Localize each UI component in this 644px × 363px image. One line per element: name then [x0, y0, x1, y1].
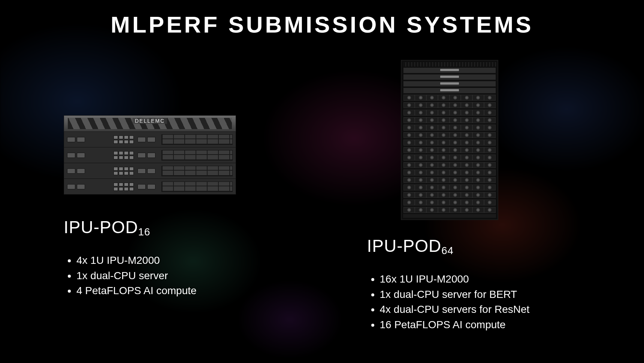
fan-icon: [473, 155, 484, 160]
sfp-cage-pair: [67, 184, 85, 189]
fan-icon: [484, 110, 495, 115]
pod16-ipu-m2000-1u: [64, 163, 236, 179]
pod64-dell-server-1u: [403, 88, 496, 94]
fan-icon: [473, 185, 484, 190]
fan-icon: [473, 118, 484, 123]
pod16-title: IPU-POD16: [64, 217, 150, 237]
fan-icon: [484, 177, 495, 183]
fan-icon: [473, 170, 484, 175]
fan-icon: [484, 118, 495, 123]
fan-icon: [404, 177, 415, 183]
fan-icon: [450, 207, 461, 213]
fan-icon: [484, 200, 495, 205]
fan-icon: [438, 162, 449, 168]
sfp-cage-icon: [147, 168, 155, 174]
fan-icon: [438, 177, 449, 183]
pod64-ipu-m2000-1u: [403, 177, 496, 183]
fan-icon: [461, 147, 472, 153]
fan-icon: [461, 200, 472, 205]
fan-icon: [415, 185, 426, 190]
fan-icon: [450, 140, 461, 145]
pod64-dell-server-1u: [403, 74, 496, 80]
fan-icon: [484, 185, 495, 190]
pod16-spec-item: 4 PetaFLOPS AI compute: [76, 283, 197, 299]
pod64-spec-item: 4x dual-CPU servers for ResNet: [380, 302, 530, 317]
fan-icon: [438, 155, 449, 160]
pod64-spec-item: 1x dual-CPU server for BERT: [380, 287, 530, 302]
fan-icon: [404, 118, 415, 123]
pod64-ipu-m2000-1u: [403, 184, 496, 191]
fan-icon: [415, 147, 426, 153]
fan-icon: [427, 200, 438, 205]
fan-icon: [473, 125, 484, 130]
fan-icon: [404, 207, 415, 213]
fan-icon: [404, 103, 415, 108]
fan-icon: [438, 200, 449, 205]
pod64-spec-item: 16x 1U IPU-M2000: [380, 272, 530, 287]
dell-server-brand-label: DELLEMC: [133, 118, 167, 124]
fan-icon: [461, 185, 472, 190]
fan-icon: [438, 95, 449, 100]
fan-icon: [404, 162, 415, 168]
expansion-cage-grid: [161, 166, 233, 176]
fan-icon: [427, 162, 438, 168]
pod16-spec-item: 1x dual-CPU server: [76, 268, 197, 284]
fan-icon: [427, 110, 438, 115]
fan-icon: [484, 140, 495, 145]
fan-icon: [404, 110, 415, 115]
fan-icon: [473, 192, 484, 198]
pod16-ipu-m2000-1u: [64, 132, 236, 147]
pod64-ipu-m2000-1u: [403, 94, 496, 101]
fan-icon: [473, 177, 484, 183]
fan-icon: [484, 132, 495, 138]
fan-icon: [415, 200, 426, 205]
pod16-title-prefix: IPU-POD: [64, 217, 138, 237]
rj45-port-block: [114, 135, 134, 144]
fan-icon: [461, 207, 472, 213]
pod16-spec-list: 4x 1U IPU-M20001x dual-CPU server4 PetaF…: [66, 253, 197, 299]
fan-icon: [484, 95, 495, 100]
sfp-cage-icon: [137, 137, 146, 142]
sfp-cage-icon: [77, 184, 85, 189]
fan-icon: [484, 103, 495, 108]
fan-icon: [438, 140, 449, 145]
sfp-cage-icon: [137, 184, 146, 189]
fan-icon: [473, 147, 484, 153]
sfp-cage-pair: [137, 137, 155, 142]
fan-icon: [461, 110, 472, 115]
pod64-title-subscript: 64: [441, 245, 454, 256]
fan-icon: [427, 192, 438, 198]
expansion-cage-grid: [161, 134, 233, 145]
pod64-ipu-m2000-1u: [403, 199, 496, 206]
fan-icon: [438, 103, 449, 108]
pod64-ipu-m2000-1u: [403, 154, 496, 161]
fan-icon: [450, 177, 461, 183]
rj45-port-block: [114, 183, 134, 191]
sfp-cage-icon: [147, 137, 155, 142]
expansion-cage-grid: [161, 150, 233, 161]
fan-icon: [438, 170, 449, 175]
pod64-ipu-m2000-1u: [403, 109, 496, 116]
fan-icon: [438, 185, 449, 190]
fan-icon: [484, 192, 495, 198]
sfp-cage-icon: [67, 153, 75, 158]
sfp-cage-pair: [137, 153, 155, 158]
fan-icon: [427, 125, 438, 130]
fan-icon: [450, 95, 461, 100]
fan-icon: [473, 140, 484, 145]
pod64-spec-item: 16 PetaFLOPS AI compute: [380, 317, 530, 333]
sfp-cage-icon: [137, 168, 146, 174]
fan-icon: [461, 162, 472, 168]
fan-icon: [415, 170, 426, 175]
pod64-ipu-m2000-1u: [403, 132, 496, 138]
fan-icon: [461, 140, 472, 145]
fan-icon: [450, 125, 461, 130]
fan-icon: [404, 125, 415, 130]
sfp-cage-icon: [147, 184, 155, 189]
fan-icon: [415, 118, 426, 123]
fan-icon: [450, 132, 461, 138]
fan-icon: [450, 103, 461, 108]
pod16-spec-item: 4x 1U IPU-M2000: [76, 253, 197, 268]
pod64-ipu-m2000-1u: [403, 117, 496, 123]
fan-icon: [415, 132, 426, 138]
